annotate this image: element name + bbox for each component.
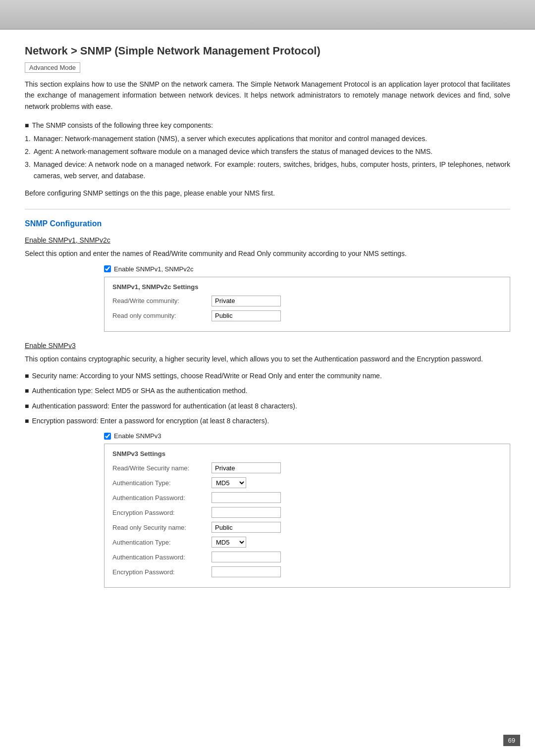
- snmpv3-auth-pass-ro-input[interactable]: [212, 552, 281, 562]
- bullet-sq-2: ■: [25, 385, 29, 396]
- snmpv1v2c-ro-label: Read only community:: [112, 312, 212, 319]
- snmpv1v2c-rw-input[interactable]: [212, 296, 281, 306]
- number-1: 1.: [25, 133, 31, 144]
- key-components-bullet: ■ The SNMP consists of the following thr…: [25, 120, 510, 131]
- snmp-configuration-title: SNMP Configuration: [25, 219, 510, 228]
- snmpv3-auth-pass-rw-label: Authentication Password:: [112, 494, 212, 502]
- bullet-sq-1: ■: [25, 370, 29, 381]
- advanced-mode-badge[interactable]: Advanced Mode: [25, 62, 80, 73]
- snmpv3-auth-type-rw-row: Authentication Type: MD5 SHA: [112, 477, 502, 488]
- snmpv3-bullet-4-text: Encryption password: Enter a password fo…: [32, 415, 510, 426]
- snmpv3-auth-pass-ro-row: Authentication Password:: [112, 552, 502, 562]
- top-bar: [0, 0, 535, 30]
- snmpv3-auth-pass-rw-row: Authentication Password:: [112, 492, 502, 503]
- snmpv3-title: Enable SNMPv3: [25, 342, 510, 350]
- snmpv3-bullet-3-text: Authentication password: Enter the passw…: [32, 401, 510, 411]
- snmpv3-ro-security-row: Read only Security name:: [112, 522, 502, 533]
- bullet-sq-3: ■: [25, 401, 29, 411]
- snmpv3-checkbox-row[interactable]: Enable SNMPv3: [104, 432, 510, 440]
- snmpv3-rw-security-input[interactable]: [212, 462, 281, 473]
- snmpv1v2c-rw-label: Read/Write community:: [112, 297, 212, 304]
- snmpv3-settings-title: SNMPv3 Settings: [112, 450, 502, 457]
- page-wrapper: Network > SNMP (Simple Network Managemen…: [0, 0, 535, 756]
- bullet-square: ■: [25, 120, 29, 131]
- snmpv1v2c-checkbox-row[interactable]: Enable SNMPv1, SNMPv2c: [104, 265, 510, 273]
- snmpv3-checkbox[interactable]: [104, 433, 111, 440]
- snmpv3-enc-pass-rw-input[interactable]: [212, 507, 281, 518]
- snmpv3-auth-type-ro-label: Authentication Type:: [112, 539, 212, 546]
- snmpv3-bullet-3: ■ Authentication password: Enter the pas…: [25, 401, 510, 411]
- snmpv3-enc-pass-ro-row: Encryption Password:: [112, 566, 502, 577]
- snmpv1v2c-field-ro: Read only community:: [112, 310, 502, 321]
- snmpv3-auth-type-rw-label: Authentication Type:: [112, 479, 212, 487]
- component-item-1: 1. Manager: Network-management station (…: [25, 133, 510, 144]
- snmpv3-auth-pass-rw-input[interactable]: [212, 492, 281, 503]
- snmpv3-desc: This option contains cryptographic secur…: [25, 353, 510, 364]
- key-components-section: ■ The SNMP consists of the following thr…: [25, 120, 510, 181]
- before-config-text: Before configuring SNMP settings on the …: [25, 189, 510, 197]
- snmpv3-auth-type-ro-row: Authentication Type: MD5 SHA: [112, 537, 502, 548]
- page-title: Network > SNMP (Simple Network Managemen…: [25, 45, 510, 57]
- component-item-3: 3. Managed device: A network node on a m…: [25, 159, 510, 181]
- snmpv1v2c-desc: Select this option and enter the names o…: [25, 248, 510, 259]
- snmpv3-ro-security-label: Read only Security name:: [112, 524, 212, 531]
- snmpv3-enc-pass-ro-input[interactable]: [212, 566, 281, 577]
- snmpv3-enc-pass-rw-label: Encryption Password:: [112, 509, 212, 516]
- snmpv1v2c-field-rw: Read/Write community:: [112, 296, 502, 306]
- snmpv1v2c-settings-box: SNMPv1, SNMPv2c Settings Read/Write comm…: [104, 277, 510, 332]
- snmpv3-auth-type-ro-select[interactable]: MD5 SHA: [212, 537, 246, 548]
- snmpv3-auth-type-rw-select[interactable]: MD5 SHA: [212, 477, 246, 488]
- snmpv3-enc-pass-ro-label: Encryption Password:: [112, 568, 212, 576]
- snmpv3-checkbox-label: Enable SNMPv3: [114, 432, 161, 440]
- intro-paragraph: This section explains how to use the SNM…: [25, 79, 510, 112]
- snmpv3-settings-box: SNMPv3 Settings Read/Write Security name…: [104, 444, 510, 588]
- snmpv1v2c-settings-title: SNMPv1, SNMPv2c Settings: [112, 283, 502, 291]
- snmpv3-rw-security-row: Read/Write Security name:: [112, 462, 502, 473]
- snmpv3-auth-pass-ro-label: Authentication Password:: [112, 554, 212, 561]
- snmpv3-bullet-2: ■ Authentication type: Select MD5 or SHA…: [25, 385, 510, 396]
- snmpv3-ro-security-input[interactable]: [212, 522, 281, 533]
- snmpv3-rw-security-label: Read/Write Security name:: [112, 464, 212, 472]
- snmpv1v2c-checkbox[interactable]: [104, 265, 111, 272]
- component-item-2: 2. Agent: A network-management software …: [25, 146, 510, 157]
- snmpv3-bullet-2-text: Authentication type: Select MD5 or SHA a…: [32, 385, 510, 396]
- content-area: Network > SNMP (Simple Network Managemen…: [0, 30, 535, 637]
- number-3: 3.: [25, 159, 31, 181]
- component-3-text: Managed device: A network node on a mana…: [34, 159, 510, 181]
- number-2: 2.: [25, 146, 31, 157]
- component-2-text: Agent: A network-management software mod…: [34, 146, 510, 157]
- bullet-sq-4: ■: [25, 415, 29, 426]
- divider: [25, 209, 510, 209]
- snmpv3-bullet-4: ■ Encryption password: Enter a password …: [25, 415, 510, 426]
- snmpv3-enc-pass-rw-row: Encryption Password:: [112, 507, 502, 518]
- snmpv3-bullet-1: ■ Security name: According to your NMS s…: [25, 370, 510, 381]
- component-1-text: Manager: Network-management station (NMS…: [34, 133, 510, 144]
- key-components-text: The SNMP consists of the following three…: [32, 120, 510, 131]
- snmpv3-bullets: ■ Security name: According to your NMS s…: [25, 370, 510, 427]
- snmpv3-bullet-1-text: Security name: According to your NMS set…: [32, 370, 510, 381]
- snmpv1v2c-ro-input[interactable]: [212, 310, 281, 321]
- snmpv1v2c-title: Enable SNMPv1, SNMPv2c: [25, 236, 510, 244]
- snmpv1v2c-checkbox-label: Enable SNMPv1, SNMPv2c: [114, 265, 193, 273]
- page-number: 69: [503, 735, 520, 746]
